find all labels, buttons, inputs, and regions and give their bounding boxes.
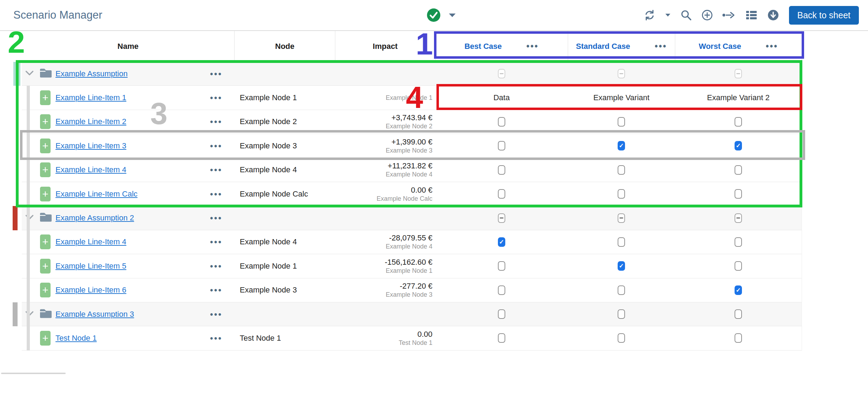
status-check-icon[interactable] bbox=[426, 8, 441, 22]
scenario-checkbox[interactable]: ✓ bbox=[735, 141, 742, 150]
scenario-checkbox[interactable]: ✓ bbox=[735, 285, 742, 295]
scenario-checkbox[interactable] bbox=[498, 309, 505, 319]
scenario-checkbox[interactable] bbox=[618, 117, 625, 127]
row-name-link[interactable]: Example Assumption 3 bbox=[55, 310, 134, 319]
row-name-link[interactable]: Example Line-Item Calc bbox=[55, 189, 138, 199]
row-name-link[interactable]: Example Line-Item 4 bbox=[55, 237, 126, 246]
scenario-checkbox[interactable] bbox=[735, 261, 742, 271]
row-menu-icon[interactable]: ••• bbox=[210, 69, 222, 78]
refresh-chevron-down-icon[interactable] bbox=[665, 13, 671, 17]
add-plus-icon[interactable]: + bbox=[40, 234, 51, 249]
scenario-checkbox[interactable] bbox=[618, 333, 625, 343]
expand-chevron-icon[interactable] bbox=[25, 70, 34, 77]
zoom-plus-icon[interactable] bbox=[701, 9, 713, 21]
scenario-checkbox[interactable] bbox=[498, 69, 505, 78]
impact-cell: 0.00Test Node 1 bbox=[335, 326, 435, 350]
row-menu-icon[interactable]: ••• bbox=[210, 334, 222, 342]
scenario-checkbox[interactable] bbox=[498, 117, 505, 127]
scenario-checkbox[interactable] bbox=[735, 309, 742, 319]
scenario-checkbox[interactable] bbox=[498, 165, 505, 175]
row-name-link[interactable]: Example Line-Item 4 bbox=[55, 165, 126, 174]
scenario-checkbox[interactable] bbox=[618, 69, 625, 78]
scenario-checkbox[interactable]: ✓ bbox=[498, 237, 505, 247]
row-name-link[interactable]: Test Node 1 bbox=[55, 334, 97, 343]
scenario-checkbox[interactable] bbox=[498, 261, 505, 271]
row-menu-icon[interactable]: ••• bbox=[210, 189, 222, 198]
bottom-scrollbar[interactable] bbox=[1, 373, 66, 374]
row-menu-icon[interactable]: ••• bbox=[210, 94, 222, 102]
add-plus-icon[interactable]: + bbox=[40, 139, 51, 153]
scenario-checkbox[interactable] bbox=[618, 213, 625, 223]
scenario-checkbox[interactable] bbox=[498, 333, 505, 343]
scenario-label[interactable]: Standard Case bbox=[576, 42, 630, 51]
search-icon[interactable] bbox=[680, 9, 692, 21]
scenario-label[interactable]: Worst Case bbox=[699, 42, 741, 51]
add-plus-icon[interactable]: + bbox=[40, 162, 51, 177]
scenario-cell: ✓ bbox=[568, 134, 675, 158]
scenario-cell bbox=[435, 278, 568, 302]
scenario-checkbox[interactable] bbox=[498, 213, 505, 223]
row-menu-icon[interactable]: ••• bbox=[210, 141, 222, 150]
column-header-best-case[interactable]: Best Case ••• bbox=[435, 31, 568, 62]
row-name-link[interactable]: Example Line-Item 5 bbox=[55, 262, 126, 271]
row-menu-icon[interactable]: ••• bbox=[210, 166, 222, 174]
row-menu-icon[interactable]: ••• bbox=[210, 262, 222, 270]
scenario-checkbox[interactable] bbox=[735, 333, 742, 343]
scenario-cell bbox=[568, 110, 675, 134]
row-name-link[interactable]: Example Assumption bbox=[55, 69, 127, 78]
add-plus-icon[interactable]: + bbox=[40, 114, 51, 129]
refresh-icon[interactable] bbox=[644, 9, 656, 21]
scenario-menu-icon[interactable]: ••• bbox=[655, 42, 667, 51]
node-cell bbox=[235, 206, 335, 230]
row-menu-icon[interactable]: ••• bbox=[210, 286, 222, 295]
scenario-menu-icon[interactable]: ••• bbox=[526, 42, 539, 51]
scenario-label[interactable]: Best Case bbox=[465, 42, 502, 51]
scenario-checkbox[interactable] bbox=[498, 285, 505, 295]
scenario-checkbox[interactable] bbox=[618, 309, 625, 319]
status-dropdown[interactable] bbox=[426, 0, 456, 30]
scenario-checkbox[interactable] bbox=[735, 117, 742, 127]
scenario-checkbox[interactable] bbox=[735, 237, 742, 247]
scenario-menu-icon[interactable]: ••• bbox=[766, 42, 778, 51]
scenario-checkbox[interactable] bbox=[735, 189, 742, 199]
scenario-checkbox[interactable] bbox=[735, 213, 742, 223]
add-plus-icon[interactable]: + bbox=[40, 90, 51, 105]
add-plus-icon[interactable]: + bbox=[40, 259, 51, 274]
table-body: Example Assumption•••+Example Line-Item … bbox=[22, 62, 802, 351]
row-name-link[interactable]: Example Assumption 2 bbox=[55, 213, 134, 223]
scenario-checkbox[interactable]: ✓ bbox=[618, 141, 625, 150]
add-plus-icon[interactable]: + bbox=[40, 187, 51, 201]
row-name-link[interactable]: Example Line-Item 3 bbox=[55, 141, 126, 150]
scenario-checkbox[interactable] bbox=[618, 189, 625, 199]
scenario-checkbox[interactable] bbox=[735, 69, 742, 78]
add-plus-icon[interactable]: + bbox=[40, 283, 51, 297]
name-cell: Example Assumption••• bbox=[22, 62, 235, 85]
back-to-sheet-button[interactable]: Back to sheet bbox=[789, 6, 859, 25]
row-menu-icon[interactable]: ••• bbox=[210, 117, 222, 126]
status-chevron-down-icon[interactable] bbox=[448, 13, 456, 18]
scenario-checkbox[interactable] bbox=[618, 165, 625, 175]
scenario-cell bbox=[675, 206, 802, 230]
row-name-link[interactable]: Example Line-Item 6 bbox=[55, 285, 126, 295]
scenario-checkbox[interactable]: ✓ bbox=[618, 261, 625, 271]
download-icon[interactable] bbox=[767, 8, 780, 22]
column-header-worst-case[interactable]: Worst Case ••• bbox=[675, 31, 802, 62]
scenario-checkbox[interactable] bbox=[735, 165, 742, 175]
row-menu-icon[interactable]: ••• bbox=[210, 214, 222, 223]
add-plus-icon[interactable]: + bbox=[40, 331, 51, 346]
column-header-name-label: Name bbox=[118, 42, 139, 51]
list-view-icon[interactable] bbox=[745, 10, 757, 20]
impact-cell: +3,743.94 €Example Node 2 bbox=[335, 110, 435, 134]
node-cell: Example Node Calc bbox=[235, 182, 335, 206]
row-name-link[interactable]: Example Line-Item 2 bbox=[55, 117, 126, 126]
scenario-checkbox[interactable] bbox=[498, 189, 505, 199]
scenario-checkbox[interactable] bbox=[618, 237, 625, 247]
table-row: +Example Line-Item 4•••Example Node 4+11… bbox=[22, 158, 802, 182]
row-name-link[interactable]: Example Line-Item 1 bbox=[55, 93, 126, 102]
column-header-standard-case[interactable]: Standard Case ••• bbox=[568, 31, 675, 62]
jump-arrow-icon[interactable] bbox=[722, 11, 736, 19]
row-menu-icon[interactable]: ••• bbox=[210, 238, 222, 246]
scenario-checkbox[interactable] bbox=[498, 141, 505, 150]
row-menu-icon[interactable]: ••• bbox=[210, 310, 222, 319]
scenario-checkbox[interactable] bbox=[618, 285, 625, 295]
